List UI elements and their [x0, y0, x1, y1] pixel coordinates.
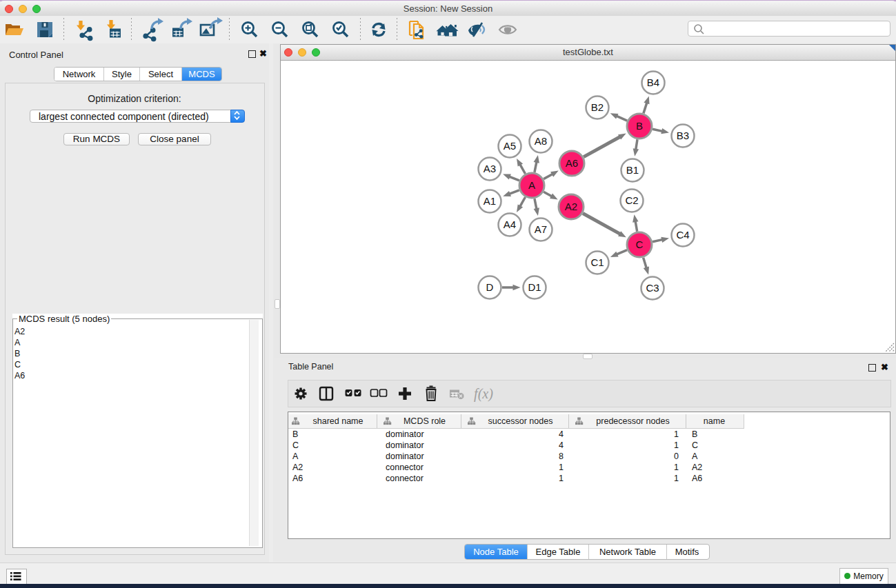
svg-text:A1: A1: [484, 195, 496, 207]
svg-text:A: A: [528, 179, 535, 191]
svg-text:A8: A8: [535, 135, 547, 147]
svg-text:C1: C1: [590, 256, 604, 268]
svg-text:C4: C4: [676, 229, 689, 241]
svg-text:A3: A3: [484, 163, 496, 174]
svg-text:A6: A6: [566, 157, 578, 169]
svg-text:D: D: [486, 281, 494, 293]
svg-text:B1: B1: [626, 164, 639, 176]
svg-text:f(x): f(x): [474, 386, 493, 402]
svg-text:B4: B4: [647, 77, 659, 88]
svg-text:B: B: [636, 120, 643, 132]
svg-text:A5: A5: [504, 140, 516, 152]
svg-text:A4: A4: [504, 219, 516, 230]
svg-text:B3: B3: [677, 130, 689, 141]
svg-text:C2: C2: [625, 194, 638, 206]
svg-text:C: C: [636, 239, 644, 250]
svg-text:C3: C3: [646, 282, 659, 294]
svg-text:B2: B2: [591, 101, 604, 113]
svg-text:A7: A7: [535, 223, 547, 235]
svg-text:D1: D1: [528, 281, 541, 293]
svg-text:A2: A2: [565, 201, 577, 212]
